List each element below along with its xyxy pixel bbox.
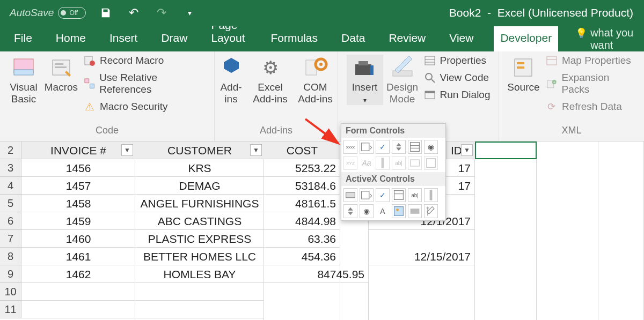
redo-icon[interactable]: ↷ [156,7,167,19]
cell[interactable]: BETTER HOMES LLC [135,248,264,265]
cell[interactable] [21,301,135,318]
com-addins-button[interactable]: COM Add-ins [295,55,336,105]
worksheet[interactable]: 2 3 4 5 6 7 8 9 10 11 INVOICE # ▼ CUSTOM… [0,142,644,320]
cell[interactable]: HOMLES BAY [135,265,264,283]
macros-button[interactable]: Macros [43,55,79,113]
cell[interactable] [475,142,537,159]
record-macro-button[interactable]: Record Macro [84,55,209,66]
column-header-invoice[interactable]: INVOICE # ▼ [21,142,135,159]
form-checkbox-control[interactable]: ✓ [376,140,390,154]
form-optionbutton-control[interactable]: ◉ [424,140,438,154]
ax-togglebutton-control[interactable] [408,204,422,218]
form-listbox-control[interactable] [408,140,422,154]
filter-button[interactable]: ▼ [121,144,133,156]
cell[interactable]: 1456 [21,159,135,177]
design-mode-button[interactable]: Design Mode [384,55,421,105]
form-button-control[interactable]: xxxx [343,140,357,154]
map-properties-button[interactable]: Map Properties [546,55,639,66]
form-label-control[interactable]: Aa [360,156,374,170]
row-header[interactable]: 10 [0,283,21,301]
row-header[interactable]: 8 [0,248,21,265]
filter-button[interactable]: ▼ [461,144,473,156]
form-scrollbar-control[interactable] [376,156,390,170]
cell[interactable]: ANGEL FURNISHINGS [135,195,264,212]
cell[interactable]: DEMAG [135,177,264,195]
run-dialog-button[interactable]: Run Dialog [424,89,491,101]
view-code-button[interactable]: View Code [424,72,491,84]
column-header-paid[interactable]: ID ▼ [446,142,475,159]
tab-formulas[interactable]: Formulas [268,26,321,51]
cell[interactable] [135,283,264,301]
cell[interactable]: PLASTIC EXPRESS [135,230,264,248]
row-header[interactable]: 4 [0,177,21,195]
form-spinner-control[interactable] [392,140,406,154]
form-combobox-control[interactable] [360,140,374,154]
tab-draw[interactable]: Draw [158,26,191,51]
properties-button[interactable]: Properties [424,55,491,66]
source-button[interactable]: Source [504,55,543,113]
cell[interactable]: 1461 [21,248,135,265]
ax-combobox-control[interactable] [360,188,374,202]
use-relative-refs-button[interactable]: Use Relative References [84,72,209,95]
refresh-data-button[interactable]: ⟳ Refresh Data [546,101,639,113]
cell[interactable] [21,283,135,301]
ax-label-control[interactable]: A [376,204,390,218]
cell[interactable]: 84745.95 [264,265,369,283]
cell[interactable] [135,301,264,318]
cell[interactable]: 63.36 [264,230,340,248]
row-header[interactable]: 11 [0,301,21,318]
form-combo-dropdown-control[interactable] [424,156,438,170]
cell[interactable]: 17 [446,177,475,195]
tab-file[interactable]: File [11,26,35,51]
cell[interactable]: KRS [135,159,264,177]
autosave-pill[interactable]: Off [58,7,86,19]
undo-icon[interactable]: ↶ [128,7,140,19]
ax-spinbutton-control[interactable] [343,204,357,218]
column-header-cost[interactable]: COST [264,142,340,159]
row-header[interactable]: 6 [0,212,21,230]
cell[interactable]: 17 [446,159,475,177]
insert-controls-button[interactable]: Insert▾ [347,55,383,105]
ax-image-control[interactable] [392,204,406,218]
row-header[interactable]: 7 [0,230,21,248]
macro-security-button[interactable]: ⚠ Macro Security [84,101,209,113]
qat-more-icon[interactable]: ▾ [184,7,195,19]
cell[interactable]: ABC CASTINGS [135,212,264,230]
row-header[interactable]: 2 [0,142,21,159]
form-groupbox-control[interactable]: XYZ [343,156,357,170]
ax-morecontrols-control[interactable] [424,204,438,218]
expansion-packs-button[interactable]: + Expansion Packs [546,72,639,95]
cell[interactable]: 48161.5 [264,195,340,212]
filter-button[interactable]: ▼ [250,144,262,156]
row-header[interactable]: 3 [0,159,21,177]
ax-scrollbar-control[interactable] [424,188,438,202]
ax-listbox-control[interactable] [392,188,406,202]
ax-optionbutton-control[interactable]: ◉ [360,204,374,218]
cell[interactable]: 5253.22 [264,159,340,177]
form-combo-list-control[interactable] [408,156,422,170]
cell[interactable]: 454.36 [264,248,340,265]
cell[interactable]: 1459 [21,212,135,230]
autosave-toggle[interactable]: AutoSave Off [10,7,86,19]
cell[interactable]: 1460 [21,230,135,248]
tab-view[interactable]: View [446,26,477,51]
row-header[interactable]: 5 [0,195,21,212]
cell[interactable]: 1457 [21,177,135,195]
ax-commandbutton-control[interactable] [343,188,357,202]
cell[interactable]: 1458 [21,195,135,212]
tab-data[interactable]: Data [338,26,368,51]
ax-textbox-control[interactable]: ab| [408,188,422,202]
tab-review[interactable]: Review [385,26,429,51]
ax-checkbox-control[interactable]: ✓ [376,188,390,202]
column-header-customer[interactable]: CUSTOMER ▼ [135,142,264,159]
tab-developer[interactable]: Developer [494,26,558,51]
excel-addins-button[interactable]: ⚙ Excel Add-ins [250,55,291,105]
cell[interactable]: 1462 [21,265,135,283]
tab-insert[interactable]: Insert [106,26,141,51]
addins-button[interactable]: Add- ins [216,55,246,105]
visual-basic-button[interactable]: Visual Basic [5,55,42,113]
cell[interactable]: 4844.98 [264,212,340,230]
save-icon[interactable] [100,7,112,19]
cell[interactable]: 53184.6 [264,177,340,195]
row-header[interactable]: 9 [0,265,21,283]
